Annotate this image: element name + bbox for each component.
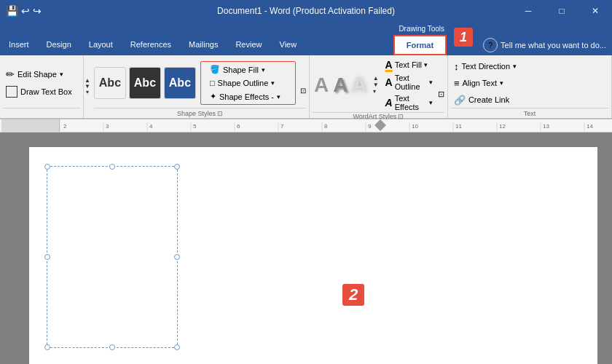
- shape-options-group: 🪣 Shape Fill ▾ □ Shape Outline ▾ ✦ Shape…: [200, 61, 296, 105]
- wordart-letter-plain[interactable]: A: [313, 72, 330, 98]
- svg-text:3: 3: [106, 123, 109, 130]
- ribbon-group-wordart: A A A ▲ ▼ ▾ A Text Fill ▾: [310, 55, 448, 118]
- svg-text:7: 7: [280, 123, 284, 130]
- shape-effects-icon: ✦: [210, 92, 216, 101]
- help-icon[interactable]: ?: [483, 38, 498, 52]
- tab-insert[interactable]: Insert: [0, 35, 38, 54]
- wordart-scroll-expand[interactable]: ▾: [373, 89, 379, 95]
- shape-outline-icon: □: [210, 79, 215, 87]
- svg-text:12: 12: [499, 123, 506, 130]
- handle-left[interactable]: [44, 254, 50, 260]
- tab-design[interactable]: Design: [38, 35, 80, 54]
- ribbon-group-shape-styles: Abc Abc Abc 🪣 Shape Fill ▾: [91, 55, 310, 118]
- title-bar: 💾 ↩ ↪ Document1 - Word (Product Activati…: [0, 0, 612, 22]
- create-link-button[interactable]: 🔗 Create Link: [451, 93, 512, 107]
- svg-text:13: 13: [543, 123, 549, 130]
- style-preset-light[interactable]: Abc: [94, 67, 126, 99]
- shape-fill-button[interactable]: 🪣 Shape Fill ▾: [205, 63, 291, 76]
- text-effects-icon: A: [385, 97, 393, 108]
- shape-fill-dropdown: ▾: [262, 66, 265, 74]
- text-fill-icon: A: [385, 59, 393, 71]
- minimize-button[interactable]: ─: [511, 0, 545, 22]
- shape-styles-expand[interactable]: ⊡: [300, 87, 306, 95]
- window-controls: ─ □ ✕: [511, 0, 612, 22]
- shape-effects-button[interactable]: ✦ Shape Effects - ▾: [205, 90, 291, 103]
- style-preset-blue[interactable]: Abc: [164, 67, 196, 99]
- handle-bottom-right[interactable]: [174, 344, 180, 350]
- wordart-scroll: ▲ ▼ ▾: [373, 76, 379, 95]
- shape-outline-dropdown: ▾: [271, 79, 275, 87]
- svg-text:5: 5: [193, 123, 197, 130]
- wordart-scroll-up[interactable]: ▲: [373, 76, 379, 82]
- document-page: [29, 147, 597, 364]
- svg-text:9: 9: [368, 123, 372, 130]
- handle-top[interactable]: [109, 164, 115, 170]
- annotation-2: 2: [342, 284, 364, 306]
- shape-style-presets: Abc Abc Abc: [94, 67, 196, 99]
- ribbon-tabs: Insert Design Layout References Mailings…: [0, 35, 612, 55]
- edit-shape-icon: ✏: [6, 68, 15, 80]
- handle-bottom-left[interactable]: [44, 344, 50, 350]
- shape-fill-icon: 🪣: [210, 65, 220, 74]
- create-link-icon: 🔗: [454, 95, 466, 106]
- align-text-button[interactable]: ≡ Align Text ▾: [451, 76, 506, 90]
- shape-styles-label: Shape Styles ⊡: [94, 108, 306, 118]
- svg-text:10: 10: [412, 123, 418, 130]
- svg-text:6: 6: [237, 123, 240, 130]
- wordart-letter-glow[interactable]: A: [350, 72, 368, 98]
- close-button[interactable]: ✕: [578, 0, 612, 22]
- ruler: 2 3 4 5 6 7 8 9 10 11 12: [0, 119, 612, 132]
- shape-styles-expand-icon[interactable]: ⊡: [217, 110, 223, 117]
- handle-bottom[interactable]: [109, 344, 115, 350]
- handle-top-left[interactable]: [44, 164, 50, 170]
- svg-rect-0: [60, 119, 611, 131]
- text-direction-icon: ↕: [454, 61, 459, 72]
- shape-outline-button[interactable]: □ Shape Outline ▾: [205, 77, 291, 89]
- svg-text:8: 8: [324, 123, 328, 130]
- quick-access-toolbar: 💾 ↩ ↪: [6, 5, 42, 17]
- tab-view[interactable]: View: [271, 35, 306, 54]
- handle-top-right[interactable]: [174, 164, 180, 170]
- help-text[interactable]: Tell me what you want to do...: [501, 41, 606, 50]
- edit-shape-button[interactable]: ✏ Edit Shape ▾: [3, 67, 80, 82]
- scroll-expand[interactable]: ▾: [86, 90, 89, 95]
- tab-mailings[interactable]: Mailings: [180, 35, 227, 54]
- text-box[interactable]: [47, 166, 178, 348]
- text-effects-button[interactable]: A Text Effects ▾: [383, 93, 435, 112]
- title-text: Document1 - Word (Product Activation Fai…: [217, 6, 395, 16]
- ribbon-group-insert: ✏ Edit Shape ▾ Draw Text Box: [0, 55, 84, 118]
- style-preset-dark[interactable]: Abc: [129, 67, 161, 99]
- draw-textbox-icon: [6, 86, 17, 98]
- annotation-1: 1: [454, 28, 473, 47]
- insert-group-label: [3, 108, 80, 118]
- tab-layout[interactable]: Layout: [80, 35, 122, 54]
- wordart-letter-shadow[interactable]: A: [332, 72, 349, 98]
- document-area: ↓ 2: [0, 132, 612, 364]
- svg-text:14: 14: [586, 123, 593, 130]
- draw-text-box-button[interactable]: Draw Text Box: [3, 84, 80, 99]
- text-direction-button[interactable]: ↕ Text Direction ▾: [451, 60, 519, 74]
- text-outline-button[interactable]: A Text Outline ▾: [383, 73, 435, 92]
- wordart-expand[interactable]: ⊡: [438, 90, 444, 99]
- quick-access-undo[interactable]: ↩: [21, 5, 30, 17]
- tab-references[interactable]: References: [122, 35, 180, 54]
- maximize-button[interactable]: □: [545, 0, 578, 22]
- ribbon-group-text: ↕ Text Direction ▾ ≡ Align Text ▾ 🔗 Crea…: [448, 55, 612, 118]
- wordart-side-buttons: A Text Fill ▾ A Text Outline ▾ A Text Ef…: [383, 58, 435, 112]
- handle-right[interactable]: [174, 254, 180, 260]
- text-outline-icon: A: [385, 76, 393, 88]
- svg-text:2: 2: [63, 123, 67, 130]
- svg-text:11: 11: [455, 123, 462, 130]
- quick-access-redo[interactable]: ↪: [33, 5, 42, 17]
- svg-text:4: 4: [149, 123, 153, 130]
- drawing-tools-label: Drawing Tools: [399, 25, 444, 33]
- edit-shape-dropdown: ▾: [60, 71, 63, 78]
- tab-format[interactable]: Format 1: [393, 35, 447, 55]
- tab-review[interactable]: Review: [227, 35, 270, 54]
- quick-access-save[interactable]: 💾: [6, 5, 18, 17]
- shape-effects-dropdown: ▾: [277, 93, 280, 100]
- wordart-scroll-down[interactable]: ▼: [373, 82, 379, 88]
- wordart-letters: A A A: [313, 72, 369, 98]
- style-scroll: ▲ ▼ ▾: [84, 55, 91, 118]
- text-fill-button[interactable]: A Text Fill ▾: [383, 58, 435, 71]
